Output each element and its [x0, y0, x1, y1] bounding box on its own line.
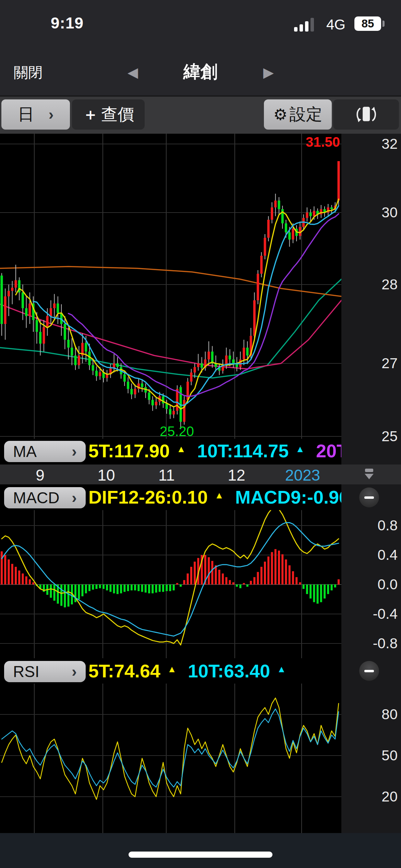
x-tick-label: 11	[158, 466, 175, 484]
query-price-button[interactable]: ＋ 查價	[72, 99, 145, 130]
rotate-phone-icon	[352, 104, 380, 125]
period-label: 日	[18, 104, 34, 125]
gear-icon: ⚙	[273, 105, 287, 124]
y-tick-label: 32	[381, 136, 398, 152]
up-arrow-icon: ▲	[277, 664, 286, 674]
minus-icon	[364, 496, 374, 499]
dif-value: DIF12-26:0.10	[88, 487, 208, 507]
y-tick-label: 0.4	[378, 547, 398, 563]
chevron-right-icon: ›	[49, 106, 54, 123]
y-tick-label: 50	[381, 747, 398, 764]
x-tick-label: 10	[97, 466, 115, 484]
period-button[interactable]: 日 ›	[1, 99, 70, 130]
battery-icon: 85	[354, 16, 381, 31]
x-tick-label: 9	[36, 466, 45, 484]
rsi-button-label: RSI	[13, 662, 39, 681]
toolbar: 日 › ＋ 查價 ⚙ 設定	[0, 97, 401, 134]
up-arrow-icon: ▲	[215, 490, 224, 501]
stock-chart-app: 9:19 4G 85 關閉 ◀ 緯創 ▶ 日 › ＋ 查價 ⚙ 設定	[0, 0, 401, 868]
y-tick-label: 0.0	[378, 576, 398, 593]
ma20-value: 20T:114.2	[316, 441, 341, 461]
up-arrow-icon: ▲	[295, 444, 305, 454]
minus-icon	[364, 670, 374, 672]
y-tick-label: 0.8	[378, 517, 398, 534]
rsi-chart[interactable]	[0, 684, 341, 833]
y-tick-label: -0.4	[373, 606, 398, 622]
up-arrow-icon: ▲	[167, 664, 177, 674]
x-tick-label: 2023	[285, 466, 320, 484]
home-indicator[interactable]	[129, 852, 272, 858]
bottom-safe-area	[0, 833, 401, 868]
y-tick-label: 30	[381, 204, 398, 221]
y-tick-label: 28	[381, 276, 398, 293]
plus-icon: ＋	[83, 104, 98, 125]
chevron-right-icon: ›	[72, 443, 77, 460]
macd-button-label: MACD	[13, 489, 59, 507]
y-tick-label: 80	[381, 706, 398, 723]
y-tick-label: 20	[381, 788, 398, 805]
settings-label: 設定	[290, 104, 323, 125]
settings-button[interactable]: ⚙ 設定	[264, 99, 332, 130]
chevron-right-icon: ›	[72, 663, 77, 680]
macd9-value: MACD9:-0.96	[235, 487, 341, 507]
x-tick-label: 12	[228, 466, 245, 484]
up-arrow-icon: ▲	[177, 444, 186, 454]
main-price-chart[interactable]	[0, 134, 341, 439]
ma-legend-row: MA › 5T:117.90▲ 10T:114.75▲ 20T:114.2	[0, 439, 341, 465]
macd-indicator-button[interactable]: MACD ›	[4, 487, 86, 508]
ma10-value: 10T:114.75	[197, 441, 289, 461]
collapse-rsi-button[interactable]	[359, 661, 379, 681]
rotate-screen-button[interactable]	[333, 99, 399, 130]
battery-tip-icon	[382, 21, 385, 27]
chevron-right-icon: ›	[72, 489, 77, 506]
nav-bar: 關閉 ◀ 緯創 ▶	[0, 52, 401, 95]
rsi-indicator-button[interactable]: RSI ›	[4, 661, 86, 682]
cellular-signal-icon	[294, 18, 320, 32]
rsi-legend-row: RSI › 5T:74.64▲ 10T:63.40▲	[0, 659, 341, 684]
high-price-label: 31.50	[0, 134, 340, 150]
y-tick-label: -0.8	[373, 635, 398, 652]
ma-button-label: MA	[13, 442, 37, 461]
collapse-macd-button[interactable]	[359, 487, 379, 507]
query-price-label: 查價	[101, 104, 134, 125]
macd-legend-row: MACD › DIF12-26:0.10▲ MACD9:-0.96▲ OSC9:	[0, 485, 341, 510]
ma5-value: 5T:117.90	[88, 441, 170, 461]
axis-scrubber-handle[interactable]	[365, 469, 374, 481]
y-tick-label: 27	[381, 355, 398, 372]
low-price-label: 25.20	[136, 424, 218, 439]
status-time: 9:19	[51, 14, 84, 32]
ma-indicator-button[interactable]: MA ›	[4, 441, 86, 462]
macd-chart[interactable]	[0, 510, 341, 658]
stock-title: 緯創	[0, 60, 401, 83]
next-stock-icon[interactable]: ▶	[263, 64, 274, 80]
y-tick-label: 25	[381, 428, 398, 445]
network-type-label: 4G	[326, 16, 345, 33]
rsi10-value: 10T:63.40	[188, 661, 270, 681]
time-axis[interactable]: 91011122023	[0, 465, 401, 484]
header: 9:19 4G 85 關閉 ◀ 緯創 ▶	[0, 0, 401, 96]
rsi5-value: 5T:74.64	[88, 661, 160, 681]
